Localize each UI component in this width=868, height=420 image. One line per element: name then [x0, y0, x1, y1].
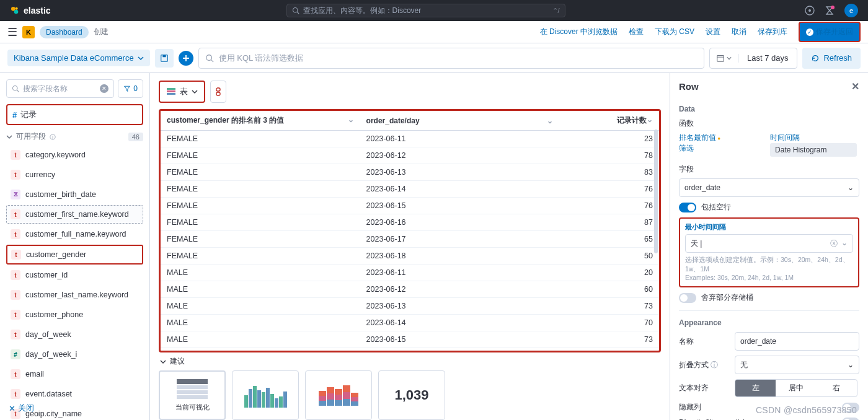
save-and-return-button[interactable]: ✓ 保存并返回 — [799, 22, 861, 42]
field-item[interactable]: tcategory.keyword — [6, 146, 143, 164]
close-panel-button[interactable]: ✕ 关闭 — [9, 403, 34, 414]
help-icon[interactable] — [825, 6, 835, 15]
global-search[interactable]: 查找应用、内容等。例如：Discover ⌃/ — [286, 4, 565, 17]
suggestions-header[interactable]: 建议 — [159, 352, 661, 370]
table-row[interactable]: MALE2023-06-1260 — [161, 281, 659, 298]
direct-filter-toggle[interactable] — [842, 418, 859, 420]
save-query-button[interactable] — [155, 49, 174, 68]
align-left[interactable]: 左 — [735, 380, 776, 396]
field-item[interactable]: tcustomer_full_name.keyword — [6, 225, 143, 243]
table-cell: 2023-06-15 — [360, 331, 560, 348]
refresh-button[interactable]: Refresh — [802, 48, 861, 69]
table-cell: FEMALE — [161, 164, 360, 181]
col-header-count[interactable]: 记录计数⌄ — [559, 111, 659, 131]
table-row[interactable]: FEMALE2023-06-1765 — [161, 231, 659, 248]
panel-body: Data 函数 排名最前值 筛选 时间间隔 Date Histogram 字段 … — [670, 100, 868, 420]
table-row[interactable]: FEMALE2023-06-1123 — [161, 131, 659, 147]
field-item[interactable]: tcurrency — [6, 165, 143, 184]
col-header-date[interactable]: order_date/day⌄ — [360, 111, 560, 131]
suggestion-metric[interactable]: 1,039 — [378, 370, 445, 420]
action-cancel[interactable]: 取消 — [732, 27, 746, 37]
discard-partial-toggle[interactable] — [679, 293, 696, 303]
func-rank-top[interactable]: 排名最前值 — [679, 133, 720, 143]
clear-icon[interactable]: ✕ — [100, 84, 108, 93]
text-token-icon: t — [11, 369, 20, 379]
align-center[interactable]: 居中 — [776, 380, 816, 396]
table-cell: 2023-06-11 — [360, 131, 560, 147]
table-row[interactable]: FEMALE2023-06-1687 — [161, 214, 659, 231]
table-row[interactable]: FEMALE2023-06-1476 — [161, 181, 659, 198]
close-icon[interactable]: ✕ — [851, 81, 859, 92]
field-item[interactable]: tcustomer_last_name.keyword — [6, 286, 143, 304]
table-row[interactable]: FEMALE2023-06-1576 — [161, 198, 659, 214]
action-download-csv[interactable]: 下载为 CSV — [655, 27, 694, 37]
close-icon: ✕ — [9, 404, 16, 413]
suggestion-stacked[interactable] — [305, 370, 372, 420]
func-filter[interactable]: 筛选 — [679, 143, 720, 154]
kql-input[interactable]: 使用 KQL 语法筛选数据 — [198, 48, 704, 69]
func-time-interval[interactable]: 时间间隔 — [770, 133, 857, 143]
calendar-icon[interactable] — [710, 54, 738, 63]
field-item[interactable]: ⧖customer_birth_date — [6, 185, 143, 204]
table-row[interactable]: MALE2023-06-1676 — [161, 348, 659, 353]
field-item[interactable]: tday_of_week — [6, 325, 143, 344]
action-save-library[interactable]: 保存到库 — [758, 27, 787, 37]
table-cell: 2023-06-17 — [360, 231, 560, 248]
kibana-badge[interactable]: K — [22, 26, 35, 38]
breadcrumb-dashboard[interactable]: Dashboard — [40, 26, 89, 38]
align-right[interactable]: 右 — [817, 380, 857, 396]
table-cell: 65 — [559, 231, 659, 248]
field-filter-button[interactable]: 0 — [118, 79, 143, 98]
table-cell: 78 — [559, 147, 659, 164]
suggestion-bar[interactable] — [232, 370, 299, 420]
suggestion-current[interactable]: 当前可视化 — [159, 370, 226, 420]
svg-text:i: i — [52, 134, 53, 139]
name-input[interactable]: order_date — [735, 332, 859, 351]
add-filter-button[interactable] — [179, 51, 193, 66]
scrollbar[interactable] — [654, 129, 658, 253]
table-row[interactable]: FEMALE2023-06-1278 — [161, 147, 659, 164]
action-discover[interactable]: 在 Discover 中浏览数据 — [540, 27, 618, 37]
field-item[interactable]: temail — [6, 365, 143, 383]
table-row[interactable]: MALE2023-06-1470 — [161, 315, 659, 331]
field-item[interactable]: tcustomer_phone — [6, 305, 143, 324]
table-row[interactable]: MALE2023-06-1373 — [161, 298, 659, 315]
table-cell: 2023-06-12 — [360, 281, 560, 298]
action-inspect[interactable]: 检查 — [629, 27, 644, 37]
collapse-label: 折叠方式 ⓘ — [679, 360, 735, 370]
field-select[interactable]: order_date ⌄ — [679, 178, 859, 197]
field-item[interactable]: #day_of_week_i — [6, 345, 143, 364]
table-cell: 2023-06-11 — [360, 265, 560, 281]
user-avatar[interactable]: e — [844, 4, 858, 17]
field-item[interactable]: tcustomer_id — [6, 266, 143, 284]
nav-toggle-icon[interactable]: ☰ — [7, 25, 17, 39]
table-row[interactable]: MALE2023-06-1120 — [161, 265, 659, 281]
brand-logo[interactable]: elastic — [10, 6, 51, 15]
newsfeed-icon[interactable] — [805, 6, 815, 15]
text-token-icon: t — [11, 290, 20, 300]
table-row[interactable]: FEMALE2023-06-1383 — [161, 164, 659, 181]
table-row[interactable]: FEMALE2023-06-1850 — [161, 248, 659, 265]
collapse-select[interactable]: 无⌄ — [735, 356, 859, 374]
include-empty-toggle[interactable] — [679, 203, 696, 212]
vis-type-selector[interactable]: 表 — [159, 81, 205, 103]
field-item[interactable]: tcustomer_first_name.keyword — [6, 205, 143, 224]
available-fields-header[interactable]: 可用字段 i 46 — [0, 128, 149, 146]
clear-icon[interactable]: ⓧ — [830, 238, 838, 249]
records-field[interactable]: # 记录 — [6, 104, 143, 125]
action-settings[interactable]: 设置 — [706, 27, 720, 37]
text-token-icon: t — [11, 170, 20, 180]
date-picker[interactable]: Last 7 days — [709, 48, 798, 69]
field-search-input[interactable]: 搜索字段名称 ✕ — [6, 79, 114, 98]
dataview-selector[interactable]: Kibana Sample Data eCommerce — [7, 50, 150, 66]
hide-column-label: 隐藏列 — [679, 402, 735, 413]
field-item[interactable]: tevent.dataset — [6, 385, 143, 403]
min-interval-input[interactable]: 天 | ⓧ ⌄ — [685, 234, 853, 253]
date-range-text[interactable]: Last 7 days — [738, 53, 797, 63]
data-section-title: Data — [679, 105, 859, 113]
col-header-gender[interactable]: customer_gender 的排名前 3 的值⌄ — [161, 111, 360, 131]
field-item[interactable]: tcustomer_gender — [6, 245, 143, 265]
table-row[interactable]: MALE2023-06-1573 — [161, 331, 659, 348]
data-table-container: customer_gender 的排名前 3 的值⌄ order_date/da… — [159, 109, 661, 352]
link-button[interactable] — [210, 81, 226, 103]
